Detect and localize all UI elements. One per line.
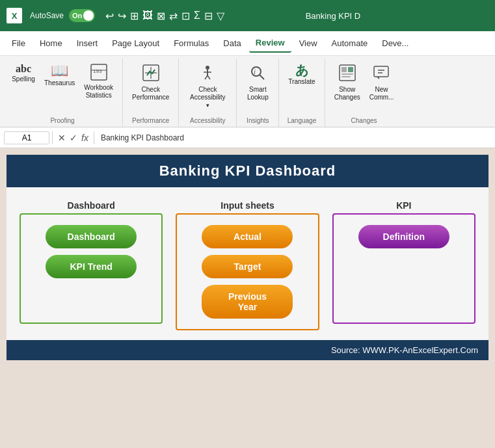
kpi-section-title: KPI	[396, 200, 411, 211]
changes-buttons: ShowChanges NewComm...	[330, 61, 398, 117]
svg-rect-18	[341, 76, 351, 77]
menu-file[interactable]: File	[5, 34, 32, 52]
ribbon-group-changes: ShowChanges NewComm... Changes	[325, 59, 403, 127]
check-accessibility-label: CheckAccessibility ▾	[188, 86, 227, 109]
dashboard-section-title: Dashboard	[68, 200, 115, 211]
workbook-statistics-button[interactable]: 193 WorkbookStatistics	[80, 61, 117, 102]
spelling-label: Spelling	[12, 75, 35, 83]
menu-page-layout[interactable]: Page Layout	[105, 34, 166, 52]
autosave-label: AutoSave	[30, 11, 64, 20]
proofing-buttons: abc Spelling 📖 Thesaurus 193 WorkbookSta…	[8, 61, 117, 117]
check-performance-label: CheckPerformance	[132, 86, 169, 101]
show-changes-button[interactable]: ShowChanges	[330, 61, 364, 104]
window-title: Banking KPI D	[306, 11, 413, 21]
menu-automate[interactable]: Automate	[325, 34, 375, 52]
formula-divider-1	[52, 131, 53, 144]
formula-cancel-icon[interactable]: ✓	[70, 133, 77, 143]
thesaurus-label: Thesaurus	[44, 79, 75, 87]
svg-line-12	[260, 75, 264, 79]
menu-review[interactable]: Review	[249, 34, 291, 53]
redo-icon[interactable]: ↪	[118, 10, 126, 22]
more-icon[interactable]: ▽	[217, 10, 224, 22]
toggle-knob	[83, 10, 94, 21]
ribbon-group-insights: i SmartLookup Insights	[237, 59, 279, 127]
menu-developer[interactable]: Deve...	[375, 34, 415, 52]
excel-logo: X	[7, 8, 22, 23]
ribbon-group-language: あ Translate Language	[279, 59, 325, 127]
show-changes-label: ShowChanges	[334, 86, 360, 101]
language-group-label: Language	[288, 117, 317, 127]
formula-insert-icon[interactable]: fx	[81, 133, 88, 143]
input-sheets-section-box: Actual Target Previous Year	[176, 213, 319, 330]
svg-line-10	[207, 75, 210, 79]
insights-buttons: i SmartLookup	[242, 61, 273, 117]
smart-lookup-icon: i	[248, 64, 267, 85]
check-accessibility-button[interactable]: CheckAccessibility ▾	[184, 61, 231, 112]
menu-insert[interactable]: Insert	[70, 34, 105, 52]
autosave-toggle[interactable]: On	[69, 9, 95, 22]
performance-buttons: CheckPerformance	[128, 61, 173, 117]
actual-button[interactable]: Actual	[202, 225, 293, 248]
accessibility-buttons: CheckAccessibility ▾	[184, 61, 231, 117]
menu-view[interactable]: View	[293, 34, 324, 52]
dashboard-header: Banking KPI Dashboard	[7, 155, 488, 187]
insert-image-icon[interactable]: 🖼	[142, 10, 153, 21]
menu-bar: File Home Insert Page Layout Formulas Da…	[0, 31, 495, 56]
input-sheets-section: Input sheets Actual Target Previous Year	[176, 200, 319, 330]
check-performance-button[interactable]: CheckPerformance	[128, 61, 173, 104]
show-changes-icon	[338, 64, 356, 85]
smart-lookup-button[interactable]: i SmartLookup	[242, 61, 273, 104]
freeze-icon[interactable]: ⊟	[204, 10, 213, 22]
previous-year-button[interactable]: Previous Year	[202, 285, 293, 319]
ribbon-group-proofing: abc Spelling 📖 Thesaurus 193 WorkbookSta…	[3, 59, 123, 127]
formula-icons: ✕ ✓ fx	[55, 133, 91, 143]
title-bar-icons: ↩ ↪ ⊞ 🖼 ⊠ ⇄ ⊡ Σ ⊟ ▽	[105, 10, 224, 22]
translate-label: Translate	[288, 78, 315, 86]
check-accessibility-icon	[198, 64, 217, 85]
insert-table-icon[interactable]: ⊞	[130, 10, 139, 22]
new-comment-label: NewComm...	[369, 86, 394, 101]
kpi-section: KPI Definition	[332, 200, 475, 330]
dashboard-button[interactable]: Dashboard	[46, 225, 137, 248]
svg-text:i: i	[254, 68, 256, 75]
cell-reference[interactable]: A1	[4, 131, 49, 144]
formula-check-icon[interactable]: ✕	[58, 133, 66, 143]
svg-point-6	[206, 66, 209, 70]
share-icon[interactable]: ⇄	[169, 10, 178, 22]
title-bar: X AutoSave On ↩ ↪ ⊞ 🖼 ⊠ ⇄ ⊡ Σ ⊟ ▽ Bankin…	[0, 0, 495, 31]
smart-lookup-label: SmartLookup	[247, 86, 269, 101]
thesaurus-button[interactable]: 📖 Thesaurus	[40, 61, 79, 90]
dashboard-section-box: Dashboard KPI Trend	[20, 213, 163, 324]
menu-data[interactable]: Data	[217, 34, 247, 52]
translate-icon: あ	[295, 64, 308, 77]
svg-rect-15	[341, 67, 347, 72]
filter-icon[interactable]: ⊠	[157, 10, 165, 22]
kpi-section-box: Definition	[332, 213, 475, 324]
dashboard-container: Banking KPI Dashboard Dashboard Dashboar…	[7, 155, 488, 360]
new-comment-button[interactable]: NewComm...	[366, 61, 398, 104]
target-button[interactable]: Target	[202, 255, 293, 278]
kpi-trend-button[interactable]: KPI Trend	[46, 255, 137, 278]
dashboard-section: Dashboard Dashboard KPI Trend	[20, 200, 163, 330]
format-icon[interactable]: ⊡	[181, 10, 190, 22]
spelling-icon: abc	[16, 64, 31, 74]
workbook-stats-label: WorkbookStatistics	[84, 84, 113, 99]
spelling-button[interactable]: abc Spelling	[8, 61, 39, 86]
autosum-icon[interactable]: Σ	[194, 10, 200, 21]
input-sheets-section-title: Input sheets	[221, 200, 274, 211]
performance-group-label: Performance	[132, 117, 169, 127]
menu-formulas[interactable]: Formulas	[167, 34, 215, 52]
proofing-group-label: Proofing	[50, 117, 74, 127]
translate-button[interactable]: あ Translate	[284, 61, 319, 88]
check-performance-icon	[142, 64, 160, 85]
undo-icon[interactable]: ↩	[105, 10, 114, 22]
formula-divider-2	[94, 131, 94, 144]
new-comment-icon	[373, 64, 391, 85]
menu-home[interactable]: Home	[33, 34, 69, 52]
ribbon-group-accessibility: CheckAccessibility ▾ Accessibility	[179, 59, 237, 127]
svg-text:193: 193	[93, 68, 102, 74]
accessibility-group-label: Accessibility	[190, 117, 225, 127]
language-buttons: あ Translate	[284, 61, 319, 117]
definition-button[interactable]: Definition	[358, 225, 449, 248]
svg-rect-17	[341, 73, 353, 75]
